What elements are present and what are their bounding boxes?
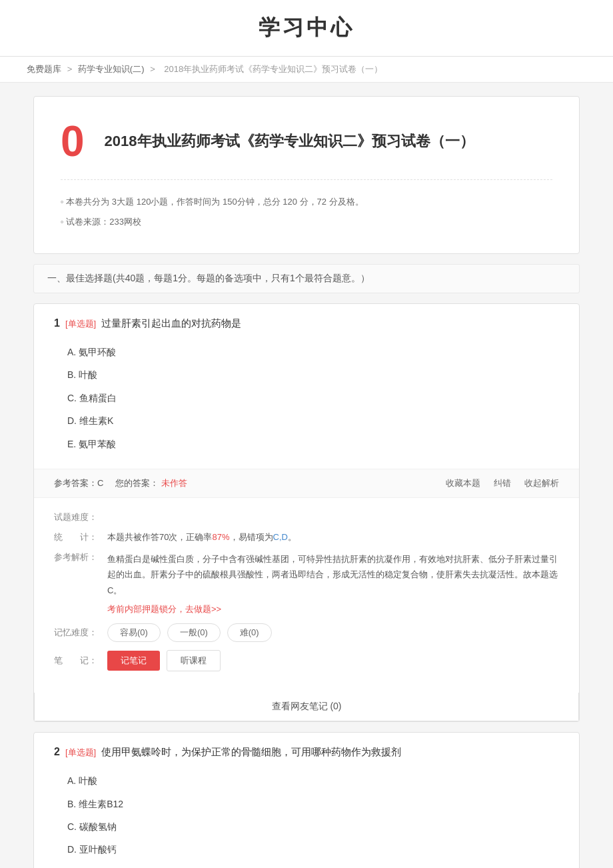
ref-text: 鱼精蛋白是碱性蛋白质，分子中含有强碱性基团，可特异性拮抗肝素的抗凝作用，有效地对… <box>107 551 559 598</box>
collect-btn[interactable]: 收藏本题 <box>446 477 480 489</box>
section1-header: 一、最佳选择题(共40题，每题1分。每题的备选项中，只有1个最符合题意。） <box>33 264 580 293</box>
option-1-c[interactable]: C. 鱼精蛋白 <box>67 387 559 409</box>
option-2-b[interactable]: B. 维生素B12 <box>67 793 559 815</box>
breadcrumb-link-2[interactable]: 药学专业知识(二) <box>78 64 145 74</box>
main-content: 0 2018年执业药师考试《药学专业知识二》预习试卷（一） ◦ 本卷共分为 3大… <box>20 96 593 868</box>
question-1-options: A. 氨甲环酸 B. 叶酸 C. 鱼精蛋白 D. 维生素K E. 氨甲苯酸 <box>54 341 559 455</box>
question-2-options: A. 叶酸 B. 维生素B12 C. 碳酸氢钠 D. 亚叶酸钙 E. 昂丹司琼 <box>54 769 559 868</box>
hard-btn[interactable]: 难(0) <box>227 623 272 642</box>
option-1-d[interactable]: D. 维生素K <box>67 409 559 432</box>
collapse-analysis-btn[interactable]: 收起解析 <box>524 477 559 489</box>
your-answer-value: 未作答 <box>161 478 187 488</box>
correct-answer-label: 参考答案：C <box>54 478 103 488</box>
exam-info-card: 0 2018年执业药师考试《药学专业知识二》预习试卷（一） ◦ 本卷共分为 3大… <box>33 96 580 254</box>
question-2-tag: [单选题] <box>65 747 96 759</box>
question-2-body: 2 [单选题] 使用甲氨蝶呤时，为保护正常的骨髓细胞，可用哪种药物作为救援剂 A… <box>34 733 579 868</box>
easy-btn[interactable]: 容易(0) <box>107 623 161 642</box>
analysis-section-1: 试题难度： 统 计： 本题共被作答70次，正确率87%，易错项为C,D。 参考解… <box>34 497 579 693</box>
option-2-a[interactable]: A. 叶酸 <box>67 769 559 792</box>
exam-score: 0 <box>61 117 85 166</box>
section1-label: 一、最佳选择题(共40题，每题1分。每题的备选项中，只有1个最符合题意。） <box>47 273 370 283</box>
breadcrumb-sep-2: > <box>150 64 157 74</box>
breadcrumb: 免费题库 > 药学专业知识(二) > 2018年执业药师考试《药学专业知识二》预… <box>0 57 613 83</box>
note-label: 笔 记： <box>54 655 101 667</box>
answer-actions-1: 收藏本题 纠错 收起解析 <box>446 477 559 489</box>
your-answer-label: 您的答案： <box>115 478 159 488</box>
question-2-num: 2 <box>54 746 60 758</box>
stats-row: 统 计： 本题共被作答70次，正确率87%，易错项为C,D。 <box>54 531 559 543</box>
question-1-title: 1 [单选题] 过量肝素引起出血的对抗药物是 <box>54 317 559 330</box>
question-1-card: 1 [单选题] 过量肝素引起出血的对抗药物是 A. 氨甲环酸 B. 叶酸 C. … <box>33 303 580 722</box>
option-2-e[interactable]: E. 昂丹司琼 <box>67 861 559 868</box>
exam-meta-line2: ◦ 试卷来源：233网校 <box>61 213 552 231</box>
answer-bar-1: 参考答案：C 您的答案： 未作答 收藏本题 纠错 收起解析 <box>34 469 579 497</box>
memory-difficulty-label: 记忆难度： <box>54 627 101 639</box>
exam-meta: ◦ 本卷共分为 3大题 120小题，作答时间为 150分钟，总分 120 分，7… <box>61 193 552 231</box>
site-title: 学习中心 <box>0 13 613 43</box>
stats-label: 统 计： <box>54 531 101 543</box>
site-header: 学习中心 <box>0 0 613 57</box>
option-1-e[interactable]: E. 氨甲苯酸 <box>67 433 559 455</box>
option-1-a[interactable]: A. 氨甲环酸 <box>67 341 559 363</box>
question-1-body: 1 [单选题] 过量肝素引起出血的对抗药物是 A. 氨甲环酸 B. 叶酸 C. … <box>34 304 579 469</box>
question-1-text: 过量肝素引起出血的对抗药物是 <box>101 317 241 330</box>
option-2-c[interactable]: C. 碳酸氢钠 <box>67 815 559 838</box>
breadcrumb-current: 2018年执业药师考试《药学专业知识二》预习试卷（一） <box>164 64 382 74</box>
difficulty-row: 试题难度： <box>54 511 559 523</box>
note-row: 笔 记： 记笔记 听课程 <box>54 650 559 671</box>
exam-header: 0 2018年执业药师考试《药学专业知识二》预习试卷（一） <box>61 117 552 180</box>
ref-label: 参考解析： <box>54 551 101 563</box>
question-2-title: 2 [单选题] 使用甲氨蝶呤时，为保护正常的骨髓细胞，可用哪种药物作为救援剂 <box>54 746 559 759</box>
add-note-btn[interactable]: 记笔记 <box>107 651 160 671</box>
normal-btn[interactable]: 一般(0) <box>167 623 221 642</box>
question-1-tag: [单选题] <box>65 318 96 330</box>
breadcrumb-link-1[interactable]: 免费题库 <box>27 64 61 74</box>
question-1-num: 1 <box>54 317 60 329</box>
answer-left-1: 参考答案：C 您的答案： 未作答 <box>54 477 187 489</box>
exam-title: 2018年执业药师考试《药学专业知识二》预习试卷（一） <box>105 131 474 151</box>
ref-row: 参考解析： 鱼精蛋白是碱性蛋白质，分子中含有强碱性基团，可特异性拮抗肝素的抗凝作… <box>54 551 559 615</box>
stats-text: 本题共被作答70次，正确率87%，易错项为C,D。 <box>107 531 297 543</box>
breadcrumb-sep-1: > <box>67 64 75 74</box>
option-2-d[interactable]: D. 亚叶酸钙 <box>67 838 559 861</box>
listen-course-btn[interactable]: 听课程 <box>167 650 221 671</box>
question-2-text: 使用甲氨蝶呤时，为保护正常的骨髓细胞，可用哪种药物作为救援剂 <box>101 746 401 759</box>
view-notes-btn[interactable]: 查看网友笔记 (0) <box>34 693 579 721</box>
option-1-b[interactable]: B. 叶酸 <box>67 363 559 386</box>
exam-meta-line1: ◦ 本卷共分为 3大题 120小题，作答时间为 150分钟，总分 120 分，7… <box>61 193 552 211</box>
error-btn[interactable]: 纠错 <box>494 477 511 489</box>
promo-link[interactable]: 考前内部押题锁分，去做题>> <box>107 603 559 615</box>
memory-difficulty-row: 记忆难度： 容易(0) 一般(0) 难(0) <box>54 623 559 642</box>
difficulty-label: 试题难度： <box>54 511 101 523</box>
question-2-card: 2 [单选题] 使用甲氨蝶呤时，为保护正常的骨髓细胞，可用哪种药物作为救援剂 A… <box>33 732 580 868</box>
